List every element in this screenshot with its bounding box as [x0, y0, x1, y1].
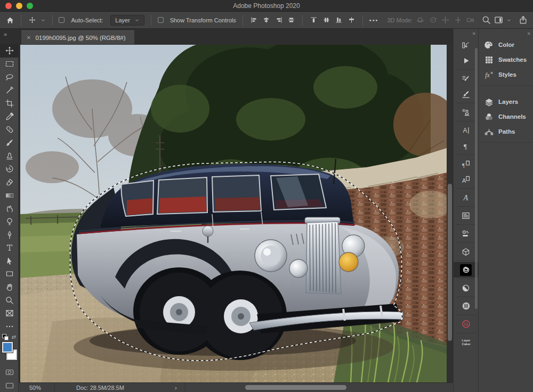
tool-rectangular-marquee[interactable] — [0, 58, 19, 71]
tab-close-icon[interactable]: × — [27, 34, 31, 42]
color-swatch-area: ⇄ — [0, 333, 19, 365]
default-colors-control[interactable]: ⇄ — [2, 334, 16, 341]
panel-tab-label: Styles — [498, 71, 516, 78]
show-transform-checkbox[interactable] — [158, 17, 164, 23]
chevron-down-icon[interactable] — [41, 18, 46, 23]
chevron-down-icon[interactable] — [506, 18, 512, 23]
more-align-options-button[interactable]: ••• — [369, 17, 379, 23]
tool-type[interactable] — [0, 241, 19, 255]
svg-text:A: A — [463, 194, 468, 202]
tool-lasso[interactable] — [0, 70, 19, 84]
distribute-bottom-button[interactable] — [334, 14, 343, 27]
panel-icon-plugin-layer-caker[interactable]: LayerCaker — [454, 334, 478, 350]
panel-tab-color[interactable]: Color — [479, 37, 533, 52]
3d-pan-button[interactable] — [441, 14, 450, 27]
home-button[interactable] — [5, 14, 14, 27]
svg-text:¶: ¶ — [464, 142, 467, 150]
tool-preset-move-button[interactable] — [28, 14, 37, 27]
auto-select-target-value: Layer — [115, 17, 130, 23]
panel-tab-swatches[interactable]: Swatches — [479, 52, 533, 67]
plugin-spiral-icon — [460, 264, 472, 276]
swap-colors-icon[interactable]: ⇄ — [12, 334, 16, 340]
collapse-panels-chevrons[interactable]: « — [472, 30, 475, 36]
align-horizontal-centers-button[interactable] — [262, 14, 271, 27]
panels-column: « Color Swatches fx Styles Layers Channe… — [478, 29, 533, 392]
zoom-level-field[interactable]: 50% — [19, 383, 55, 392]
tool-zoom[interactable] — [0, 293, 19, 307]
tool-dodge[interactable] — [0, 215, 19, 228]
tool-edit-toolbar[interactable] — [0, 320, 19, 333]
screen-mode-button[interactable] — [0, 379, 19, 392]
tool-path-selection[interactable] — [0, 255, 19, 268]
plugin-tk-icon: Tk — [462, 320, 471, 329]
doc-size-status[interactable]: Doc: 28.5M/28.5M › — [55, 383, 185, 392]
tool-gradient[interactable] — [0, 189, 19, 202]
align-vertical-centers-button[interactable] — [287, 14, 296, 27]
3d-icon — [462, 248, 470, 256]
tool-hand[interactable] — [0, 281, 19, 294]
tool-spot-healing[interactable] — [0, 123, 19, 136]
collapse-panels-chevrons[interactable]: « — [527, 30, 530, 36]
tool-brush[interactable] — [0, 136, 19, 150]
auto-select-target-dropdown[interactable]: Layer — [110, 15, 144, 26]
tool-history-brush[interactable] — [0, 162, 19, 176]
svg-text:¶: ¶ — [462, 162, 465, 168]
panel-group-divider — [456, 69, 475, 70]
tool-eraser[interactable] — [0, 176, 19, 189]
3d-roll-button[interactable] — [429, 14, 438, 27]
minimize-window-button[interactable] — [16, 3, 22, 9]
workspace-switcher-button[interactable] — [494, 14, 503, 27]
search-button[interactable] — [482, 14, 491, 27]
title-bar[interactable]: Adobe Photoshop 2020 — [0, 0, 533, 12]
tool-clone-stamp[interactable] — [0, 149, 19, 162]
status-expander-chevron[interactable]: › — [175, 385, 177, 391]
panel-tab-channels[interactable]: Channels — [479, 109, 533, 124]
distribute-vcenter-button[interactable] — [347, 14, 356, 27]
panel-icon-plugin-tk[interactable]: Tk — [454, 316, 478, 332]
tool-frame[interactable] — [0, 307, 19, 320]
tool-pen[interactable] — [0, 228, 19, 241]
tool-smudge[interactable] — [0, 202, 19, 215]
3d-orbit-button[interactable] — [416, 14, 425, 27]
canvas-photo[interactable] — [20, 45, 447, 382]
panel-tab-layers[interactable]: Layers — [479, 94, 533, 109]
3d-camera-button[interactable] — [466, 14, 475, 27]
character-icon: A — [462, 126, 470, 135]
align-left-edges-button[interactable] — [249, 14, 258, 27]
photo-artwork — [20, 45, 447, 382]
panel-column-scrollbar[interactable] — [475, 48, 478, 309]
3d-slide-button[interactable] — [454, 14, 463, 27]
canvas-horizontal-scrollbar[interactable] — [245, 385, 346, 390]
align-right-edges-button[interactable] — [274, 14, 283, 27]
svg-text:fx: fx — [485, 71, 490, 78]
auto-select-checkbox[interactable] — [59, 17, 64, 23]
panel-tab-label: Swatches — [498, 56, 527, 63]
character-styles-icon: A — [462, 175, 470, 184]
tool-object-selection[interactable] — [0, 84, 19, 97]
canvas-vertical-scrollbar[interactable] — [448, 184, 452, 341]
document-tab[interactable]: × 0199h0095.jpg @ 50% (RGB/8#) — [21, 30, 134, 44]
move-tool-icon — [29, 17, 36, 23]
share-icon — [519, 15, 528, 24]
tool-move[interactable] — [0, 44, 19, 58]
panel-tab-styles[interactable]: fx Styles — [479, 67, 533, 82]
toolbar-expand-chevrons[interactable]: » — [4, 31, 6, 37]
foreground-color-swatch[interactable] — [2, 342, 13, 353]
canvas-area[interactable]: 50% Doc: 28.5M/28.5M › — [19, 44, 453, 392]
panel-group-divider — [479, 142, 533, 143]
tool-crop[interactable] — [0, 97, 19, 110]
share-button[interactable] — [518, 14, 527, 27]
zoom-window-button[interactable] — [27, 3, 33, 9]
panel-tab-paths[interactable]: Paths — [479, 124, 533, 139]
3d-pan-icon — [441, 16, 449, 24]
distribute-hcenter-button[interactable] — [322, 14, 331, 27]
tool-rectangle-shape[interactable] — [0, 267, 19, 281]
chevron-down-icon — [134, 18, 140, 23]
tool-eyedropper[interactable] — [0, 110, 19, 123]
close-window-button[interactable] — [5, 3, 12, 9]
panel-tab-label: Color — [498, 42, 514, 48]
panel-tab-label: Paths — [498, 128, 515, 135]
quick-mask-mode-button[interactable] — [0, 366, 19, 379]
distribute-top-icon — [310, 17, 317, 23]
distribute-top-button[interactable] — [309, 14, 318, 27]
